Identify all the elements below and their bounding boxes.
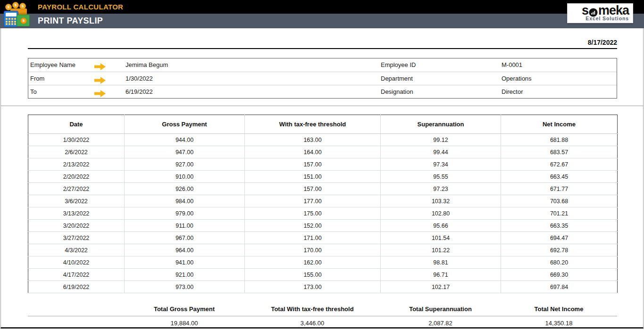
from-date-value[interactable]: 1/30/2022 — [125, 72, 153, 85]
page-title: PRINT PAYSLIP — [38, 14, 103, 28]
cell-superannuation[interactable]: 103.32 — [381, 195, 501, 207]
totals-labels-row: Total Gross Payment Total With tax-free … — [28, 305, 617, 316]
cell-tax-free-threshold[interactable]: 162.00 — [245, 256, 381, 269]
total-superannuation-label: Total Superannuation — [380, 305, 501, 316]
to-date-value[interactable]: 6/19/2022 — [125, 85, 153, 99]
cell-gross-payment[interactable]: 911.00 — [125, 220, 245, 232]
cell-gross-payment[interactable]: 944.00 — [125, 134, 245, 146]
cell-gross-payment[interactable]: 967.00 — [125, 232, 245, 244]
cell-net-income[interactable]: 671.77 — [501, 183, 618, 195]
coin-icon: $ — [5, 4, 12, 10]
cell-tax-free-threshold[interactable]: 163.00 — [245, 134, 381, 146]
cell-net-income[interactable]: 672.67 — [501, 158, 618, 171]
table-row: 2/20/2022910.00151.0095.55663.45 — [28, 171, 618, 183]
cell-net-income[interactable]: 692.78 — [501, 244, 618, 256]
department-label: Department — [381, 72, 413, 85]
total-gross-payment-value[interactable]: 19,884.00 — [124, 316, 244, 327]
cell-tax-free-threshold[interactable]: 164.00 — [245, 146, 381, 158]
cell-tax-free-threshold[interactable]: 171.00 — [245, 232, 381, 244]
cell-net-income[interactable]: 681.88 — [501, 134, 618, 146]
coin-icon: $ — [12, 2, 19, 8]
cell-tax-free-threshold[interactable]: 177.00 — [245, 195, 381, 207]
table-row: 6/19/2022973.00173.00102.17697.84 — [28, 281, 618, 293]
print-payslip-page: $ $ $ $ PAYROLL CALCULATOR PRINT PAYSLIP… — [0, 0, 644, 330]
report-date-cell[interactable]: 8/17/2022 — [28, 38, 617, 49]
cell-net-income[interactable]: 697.84 — [501, 281, 618, 293]
cell-date[interactable]: 1/30/2022 — [28, 134, 125, 146]
report-date[interactable]: 8/17/2022 — [588, 39, 617, 46]
cell-tax-free-threshold[interactable]: 170.00 — [245, 244, 381, 256]
cell-superannuation[interactable]: 97.23 — [381, 183, 501, 195]
cell-net-income[interactable]: 694.47 — [501, 232, 618, 244]
table-row: 2/6/2022947.00164.0099.44683.57 — [28, 146, 618, 158]
cell-date[interactable]: 3/27/2022 — [28, 232, 125, 244]
cell-gross-payment[interactable]: 984.00 — [125, 195, 245, 207]
cell-net-income[interactable]: 669.30 — [501, 269, 618, 281]
cell-superannuation[interactable]: 95.55 — [381, 171, 501, 183]
cell-net-income[interactable]: 683.57 — [501, 146, 618, 158]
cell-date[interactable]: 6/19/2022 — [28, 281, 125, 293]
cell-tax-free-threshold[interactable]: 151.00 — [245, 171, 381, 183]
table-row: 4/17/2022921.00155.0096.71669.30 — [28, 269, 618, 281]
cell-superannuation[interactable]: 96.71 — [381, 269, 501, 281]
cell-superannuation[interactable]: 99.44 — [381, 146, 501, 158]
cell-net-income[interactable]: 663.45 — [501, 171, 618, 183]
department-value[interactable]: Operations — [502, 72, 532, 85]
cell-date[interactable]: 2/20/2022 — [28, 171, 125, 183]
cell-superannuation[interactable]: 102.80 — [381, 207, 501, 220]
cell-date[interactable]: 4/17/2022 — [28, 269, 125, 281]
cell-date[interactable]: 3/6/2022 — [28, 195, 125, 207]
total-net-income-value[interactable]: 14,350.18 — [501, 316, 617, 327]
employee-info-panel: Employee Name Jemima Begum Employee ID M… — [28, 58, 617, 99]
cell-date[interactable]: 2/13/2022 — [28, 158, 125, 171]
cell-net-income[interactable]: 680.20 — [501, 256, 618, 269]
designation-value[interactable]: Director — [502, 85, 523, 99]
cell-superannuation[interactable]: 101.54 — [381, 232, 501, 244]
table-row: 2/27/2022926.00157.0097.23671.77 — [28, 183, 618, 195]
employee-id-value[interactable]: M-0001 — [502, 58, 522, 72]
cell-net-income[interactable]: 701.21 — [501, 207, 618, 220]
cell-gross-payment[interactable]: 927.00 — [125, 158, 245, 171]
cell-superannuation[interactable]: 99.12 — [381, 134, 501, 146]
cell-net-income[interactable]: 703.68 — [501, 195, 618, 207]
total-gross-payment-label: Total Gross Payment — [124, 305, 244, 316]
cell-date[interactable]: 3/13/2022 — [28, 207, 125, 220]
cell-tax-free-threshold[interactable]: 157.00 — [245, 183, 381, 195]
cell-superannuation[interactable]: 97.34 — [381, 158, 501, 171]
cell-gross-payment[interactable]: 926.00 — [125, 183, 245, 195]
cell-gross-payment[interactable]: 941.00 — [125, 256, 245, 269]
cell-date[interactable]: 4/3/2022 — [28, 244, 125, 256]
cell-superannuation[interactable]: 102.17 — [381, 281, 501, 293]
cell-date[interactable]: 4/10/2022 — [28, 256, 125, 269]
cell-tax-free-threshold[interactable]: 155.00 — [245, 269, 381, 281]
cell-date[interactable]: 2/6/2022 — [28, 146, 125, 158]
logo-brand-text: s meka — [582, 4, 629, 16]
payslip-rows: 1/30/2022944.00163.0099.12681.882/6/2022… — [28, 134, 618, 293]
total-tax-free-threshold-value[interactable]: 3,446.00 — [244, 316, 380, 327]
cell-superannuation[interactable]: 98.81 — [381, 256, 501, 269]
cell-date[interactable]: 3/20/2022 — [28, 220, 125, 232]
cell-superannuation[interactable]: 101.22 — [381, 244, 501, 256]
cell-gross-payment[interactable]: 921.00 — [125, 269, 245, 281]
info-row-employee-name: Employee Name Jemima Begum Employee ID M… — [28, 58, 617, 72]
cell-tax-free-threshold[interactable]: 175.00 — [245, 207, 381, 220]
total-superannuation-value[interactable]: 2,087.82 — [380, 316, 501, 327]
cell-net-income[interactable]: 663.35 — [501, 220, 618, 232]
cell-gross-payment[interactable]: 947.00 — [125, 146, 245, 158]
cell-superannuation[interactable]: 95.66 — [381, 220, 501, 232]
totals-section: Total Gross Payment Total With tax-free … — [28, 305, 617, 327]
cell-tax-free-threshold[interactable]: 157.00 — [245, 158, 381, 171]
cell-tax-free-threshold[interactable]: 173.00 — [245, 281, 381, 293]
cell-gross-payment[interactable]: 979.00 — [125, 207, 245, 220]
employee-name-value[interactable]: Jemima Begum — [125, 58, 168, 72]
dollar-coin-icon: $ — [20, 17, 27, 24]
cell-gross-payment[interactable]: 910.00 — [125, 171, 245, 183]
table-row: 1/30/2022944.00163.0099.12681.88 — [28, 134, 618, 146]
designation-label: Designation — [381, 85, 413, 99]
cell-tax-free-threshold[interactable]: 152.00 — [245, 220, 381, 232]
cell-date[interactable]: 2/27/2022 — [28, 183, 125, 195]
calculator-keys — [6, 18, 17, 26]
column-header-tax-free-threshold: With tax-free threshold — [245, 115, 381, 134]
cell-gross-payment[interactable]: 973.00 — [125, 281, 245, 293]
cell-gross-payment[interactable]: 964.00 — [125, 244, 245, 256]
